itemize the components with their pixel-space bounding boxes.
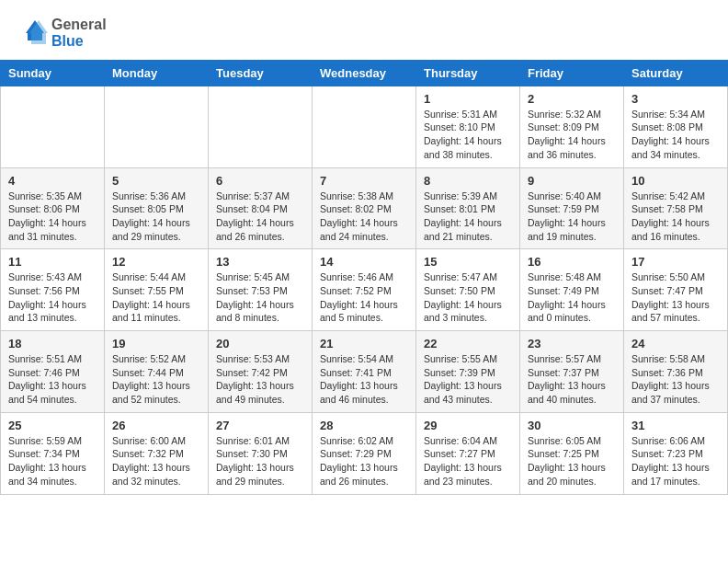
calendar-cell: 8Sunrise: 5:39 AM Sunset: 8:01 PM Daylig… xyxy=(416,167,520,249)
calendar-cell: 11Sunrise: 5:43 AM Sunset: 7:56 PM Dayli… xyxy=(1,249,105,331)
day-number: 20 xyxy=(216,337,304,350)
day-content: Sunrise: 5:32 AM Sunset: 8:09 PM Dayligh… xyxy=(528,108,616,162)
day-header-tuesday: Tuesday xyxy=(209,60,313,86)
calendar-table: SundayMondayTuesdayWednesdayThursdayFrid… xyxy=(0,60,728,495)
calendar-cell: 29Sunrise: 6:04 AM Sunset: 7:27 PM Dayli… xyxy=(416,412,520,494)
day-content: Sunrise: 6:02 AM Sunset: 7:29 PM Dayligh… xyxy=(320,434,408,488)
calendar-cell: 22Sunrise: 5:55 AM Sunset: 7:39 PM Dayli… xyxy=(416,331,520,413)
calendar-cell: 27Sunrise: 6:01 AM Sunset: 7:30 PM Dayli… xyxy=(209,412,313,494)
day-content: Sunrise: 6:04 AM Sunset: 7:27 PM Dayligh… xyxy=(424,434,512,488)
day-content: Sunrise: 5:37 AM Sunset: 8:04 PM Dayligh… xyxy=(216,190,304,244)
day-number: 13 xyxy=(216,255,304,269)
calendar-cell: 18Sunrise: 5:51 AM Sunset: 7:46 PM Dayli… xyxy=(1,331,105,413)
logo-general: General xyxy=(51,17,107,33)
calendar-cell: 19Sunrise: 5:52 AM Sunset: 7:44 PM Dayli… xyxy=(105,331,209,413)
calendar-cell: 13Sunrise: 5:45 AM Sunset: 7:53 PM Dayli… xyxy=(209,249,313,331)
day-number: 19 xyxy=(112,337,200,350)
calendar-cell: 31Sunrise: 6:06 AM Sunset: 7:23 PM Dayli… xyxy=(624,412,728,494)
calendar-cell: 2Sunrise: 5:32 AM Sunset: 8:09 PM Daylig… xyxy=(520,86,624,167)
calendar-cell xyxy=(105,86,209,167)
day-number: 30 xyxy=(528,419,616,432)
calendar-cell: 30Sunrise: 6:05 AM Sunset: 7:25 PM Dayli… xyxy=(520,412,624,494)
day-content: Sunrise: 5:39 AM Sunset: 8:01 PM Dayligh… xyxy=(424,190,512,244)
calendar-cell xyxy=(209,86,313,167)
day-number: 3 xyxy=(631,92,720,106)
page-header: General Blue xyxy=(0,0,728,60)
day-content: Sunrise: 5:36 AM Sunset: 8:05 PM Dayligh… xyxy=(112,190,200,244)
day-content: Sunrise: 6:01 AM Sunset: 7:30 PM Dayligh… xyxy=(216,434,304,488)
calendar-cell: 24Sunrise: 5:58 AM Sunset: 7:36 PM Dayli… xyxy=(624,331,728,413)
day-header-sunday: Sunday xyxy=(1,60,105,86)
day-number: 29 xyxy=(424,419,512,432)
calendar-cell: 5Sunrise: 5:36 AM Sunset: 8:05 PM Daylig… xyxy=(105,167,209,249)
day-content: Sunrise: 5:59 AM Sunset: 7:34 PM Dayligh… xyxy=(8,434,97,488)
calendar-cell: 23Sunrise: 5:57 AM Sunset: 7:37 PM Dayli… xyxy=(520,331,624,413)
day-number: 12 xyxy=(112,255,200,269)
day-content: Sunrise: 5:58 AM Sunset: 7:36 PM Dayligh… xyxy=(631,352,720,407)
day-content: Sunrise: 5:51 AM Sunset: 7:46 PM Dayligh… xyxy=(8,352,97,407)
calendar-header-row: SundayMondayTuesdayWednesdayThursdayFrid… xyxy=(1,60,728,86)
day-number: 6 xyxy=(216,174,304,188)
calendar-cell: 3Sunrise: 5:34 AM Sunset: 8:08 PM Daylig… xyxy=(624,86,728,167)
day-content: Sunrise: 5:50 AM Sunset: 7:47 PM Dayligh… xyxy=(631,270,720,325)
calendar-cell: 26Sunrise: 6:00 AM Sunset: 7:32 PM Dayli… xyxy=(105,412,209,494)
day-number: 16 xyxy=(528,255,616,269)
calendar-cell: 1Sunrise: 5:31 AM Sunset: 8:10 PM Daylig… xyxy=(416,86,520,167)
calendar-cell: 7Sunrise: 5:38 AM Sunset: 8:02 PM Daylig… xyxy=(313,167,416,249)
calendar-cell: 4Sunrise: 5:35 AM Sunset: 8:06 PM Daylig… xyxy=(1,167,105,249)
day-number: 25 xyxy=(8,419,97,432)
calendar-cell: 12Sunrise: 5:44 AM Sunset: 7:55 PM Dayli… xyxy=(105,249,209,331)
day-number: 24 xyxy=(631,337,720,350)
calendar-cell: 21Sunrise: 5:54 AM Sunset: 7:41 PM Dayli… xyxy=(313,331,416,413)
day-header-friday: Friday xyxy=(520,60,624,86)
day-content: Sunrise: 5:45 AM Sunset: 7:53 PM Dayligh… xyxy=(216,270,304,325)
day-header-monday: Monday xyxy=(105,60,209,86)
day-content: Sunrise: 6:00 AM Sunset: 7:32 PM Dayligh… xyxy=(112,434,200,488)
day-content: Sunrise: 5:31 AM Sunset: 8:10 PM Dayligh… xyxy=(424,108,512,162)
day-number: 17 xyxy=(631,255,720,269)
day-content: Sunrise: 5:53 AM Sunset: 7:42 PM Dayligh… xyxy=(216,352,304,407)
calendar-cell: 17Sunrise: 5:50 AM Sunset: 7:47 PM Dayli… xyxy=(624,249,728,331)
calendar-cell xyxy=(1,86,105,167)
day-content: Sunrise: 5:38 AM Sunset: 8:02 PM Dayligh… xyxy=(320,190,408,244)
day-header-wednesday: Wednesday xyxy=(313,60,416,86)
day-content: Sunrise: 5:43 AM Sunset: 7:56 PM Dayligh… xyxy=(8,270,97,325)
day-header-saturday: Saturday xyxy=(624,60,728,86)
day-content: Sunrise: 5:35 AM Sunset: 8:06 PM Dayligh… xyxy=(8,190,97,244)
day-number: 14 xyxy=(320,255,408,269)
day-number: 27 xyxy=(216,419,304,432)
day-content: Sunrise: 6:05 AM Sunset: 7:25 PM Dayligh… xyxy=(528,434,616,488)
day-number: 11 xyxy=(8,255,97,269)
calendar-cell: 25Sunrise: 5:59 AM Sunset: 7:34 PM Dayli… xyxy=(1,412,105,494)
day-number: 22 xyxy=(424,337,512,350)
day-content: Sunrise: 5:44 AM Sunset: 7:55 PM Dayligh… xyxy=(112,270,200,325)
calendar-cell xyxy=(313,86,416,167)
logo-blue: Blue xyxy=(51,33,107,50)
logo-graphic xyxy=(17,17,50,50)
logo: General Blue xyxy=(17,17,107,51)
day-number: 9 xyxy=(528,174,616,188)
calendar-cell: 28Sunrise: 6:02 AM Sunset: 7:29 PM Dayli… xyxy=(313,412,416,494)
day-content: Sunrise: 5:52 AM Sunset: 7:44 PM Dayligh… xyxy=(112,352,200,407)
day-number: 2 xyxy=(528,92,616,106)
day-content: Sunrise: 5:57 AM Sunset: 7:37 PM Dayligh… xyxy=(528,352,616,407)
day-content: Sunrise: 5:48 AM Sunset: 7:49 PM Dayligh… xyxy=(528,270,616,325)
day-number: 15 xyxy=(424,255,512,269)
day-number: 8 xyxy=(424,174,512,188)
day-content: Sunrise: 5:47 AM Sunset: 7:50 PM Dayligh… xyxy=(424,270,512,325)
day-content: Sunrise: 6:06 AM Sunset: 7:23 PM Dayligh… xyxy=(631,434,720,488)
day-number: 1 xyxy=(424,92,512,106)
calendar-week-1: 1Sunrise: 5:31 AM Sunset: 8:10 PM Daylig… xyxy=(1,86,728,167)
day-header-thursday: Thursday xyxy=(416,60,520,86)
day-content: Sunrise: 5:40 AM Sunset: 7:59 PM Dayligh… xyxy=(528,190,616,244)
day-number: 4 xyxy=(8,174,97,188)
day-number: 18 xyxy=(8,337,97,350)
calendar-cell: 6Sunrise: 5:37 AM Sunset: 8:04 PM Daylig… xyxy=(209,167,313,249)
day-content: Sunrise: 5:55 AM Sunset: 7:39 PM Dayligh… xyxy=(424,352,512,407)
calendar-week-5: 25Sunrise: 5:59 AM Sunset: 7:34 PM Dayli… xyxy=(1,412,728,494)
calendar-cell: 9Sunrise: 5:40 AM Sunset: 7:59 PM Daylig… xyxy=(520,167,624,249)
day-number: 10 xyxy=(631,174,720,188)
calendar-cell: 20Sunrise: 5:53 AM Sunset: 7:42 PM Dayli… xyxy=(209,331,313,413)
calendar-cell: 15Sunrise: 5:47 AM Sunset: 7:50 PM Dayli… xyxy=(416,249,520,331)
calendar-week-2: 4Sunrise: 5:35 AM Sunset: 8:06 PM Daylig… xyxy=(1,167,728,249)
